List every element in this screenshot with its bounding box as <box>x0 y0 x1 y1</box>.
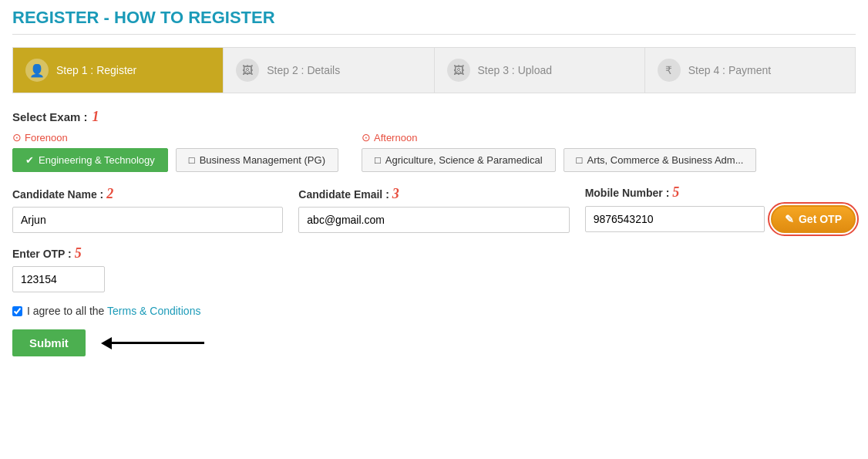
exam-btn-agriculture[interactable]: □ Agriculture, Science & Paramedical <box>362 148 556 172</box>
exam-btn-arts[interactable]: □ Arts, Commerce & Business Adm... <box>564 148 757 172</box>
title-prefix: REGISTER - <box>12 8 114 27</box>
terms-row: I agree to all the Terms & Conditions <box>12 305 856 317</box>
afternoon-label: ⊙ Afternoon <box>362 131 757 143</box>
mobile-number-label: Mobile Number : 5 <box>585 184 856 201</box>
mobile-number-input[interactable] <box>585 206 765 232</box>
step-1[interactable]: 👤 Step 1 : Register <box>13 48 224 93</box>
title-highlight: HOW TO REGISTER <box>114 8 275 27</box>
exam-section: Select Exam : 1 ⊙ Forenoon ✔ Engineering… <box>12 109 856 172</box>
mobile-number-group: Mobile Number : 5 ✎ Get OTP <box>585 184 856 233</box>
forenoon-section: ⊙ Forenoon ✔ Engineering & Technology □ … <box>12 131 338 172</box>
candidate-name-label: Candidate Name : 2 <box>12 186 283 202</box>
step-2[interactable]: 🖼 Step 2 : Details <box>224 48 434 93</box>
terms-link[interactable]: Terms & Conditions <box>107 305 200 317</box>
form-main-row: Candidate Name : 2 Candidate Email : 3 M… <box>12 184 856 233</box>
candidate-email-label: Candidate Email : 3 <box>298 186 569 202</box>
forenoon-options: ✔ Engineering & Technology □ Business Ma… <box>12 148 338 172</box>
step-number-1: 1 <box>93 109 99 125</box>
terms-checkbox[interactable] <box>12 306 22 316</box>
candidate-email-group: Candidate Email : 3 <box>298 186 569 233</box>
step-3-icon: 🖼 <box>447 59 470 82</box>
step-number-3: 3 <box>392 186 399 202</box>
sessions-container: ⊙ Forenoon ✔ Engineering & Technology □ … <box>12 131 856 172</box>
step-number-2: 2 <box>106 186 113 202</box>
otp-label: Enter OTP : 5 <box>12 245 856 262</box>
step-2-label: Step 2 : Details <box>267 64 340 76</box>
get-otp-button[interactable]: ✎ Get OTP <box>771 205 856 233</box>
exam-btn-business[interactable]: □ Business Management (PG) <box>176 148 338 172</box>
submit-area: Submit <box>12 329 856 356</box>
clock-icon-forenoon: ⊙ <box>12 131 22 143</box>
step-4[interactable]: ₹ Step 4 : Payment <box>645 48 855 93</box>
page-title: REGISTER - HOW TO REGISTER <box>12 8 856 35</box>
terms-label: I agree to all the Terms & Conditions <box>27 305 200 317</box>
step-2-icon: 🖼 <box>236 59 259 82</box>
otp-input[interactable] <box>12 266 105 292</box>
afternoon-options: □ Agriculture, Science & Paramedical □ A… <box>362 148 757 172</box>
checkbox-empty-icon: □ <box>189 154 195 166</box>
candidate-email-input[interactable] <box>298 207 569 233</box>
step-3[interactable]: 🖼 Step 3 : Upload <box>435 48 645 93</box>
candidate-name-group: Candidate Name : 2 <box>12 186 283 233</box>
step-number-5b: 5 <box>75 245 82 262</box>
clock-icon-afternoon: ⊙ <box>362 131 371 143</box>
submit-button[interactable]: Submit <box>12 329 86 356</box>
checkbox-agri-icon: □ <box>375 154 381 166</box>
step-3-label: Step 3 : Upload <box>478 64 553 76</box>
step-number-5a: 5 <box>672 184 679 201</box>
step-1-label: Step 1 : Register <box>56 64 136 76</box>
steps-bar: 👤 Step 1 : Register 🖼 Step 2 : Details 🖼… <box>12 47 856 93</box>
pencil-icon: ✎ <box>785 213 794 225</box>
forenoon-label: ⊙ Forenoon <box>12 131 338 143</box>
step-4-label: Step 4 : Payment <box>688 64 771 76</box>
afternoon-section: ⊙ Afternoon □ Agriculture, Science & Par… <box>362 131 757 172</box>
arrow-annotation <box>101 337 204 349</box>
checkbox-arts-icon: □ <box>577 154 583 166</box>
select-exam-label: Select Exam : 1 <box>12 109 856 125</box>
checkmark-icon: ✔ <box>25 154 34 166</box>
otp-section: Enter OTP : 5 <box>12 245 856 292</box>
exam-btn-engineering[interactable]: ✔ Engineering & Technology <box>12 148 168 172</box>
candidate-name-input[interactable] <box>12 207 283 233</box>
step-1-icon: 👤 <box>25 59 49 82</box>
arrow-line <box>112 342 204 344</box>
arrow-head <box>101 337 112 349</box>
step-4-icon: ₹ <box>658 59 681 82</box>
